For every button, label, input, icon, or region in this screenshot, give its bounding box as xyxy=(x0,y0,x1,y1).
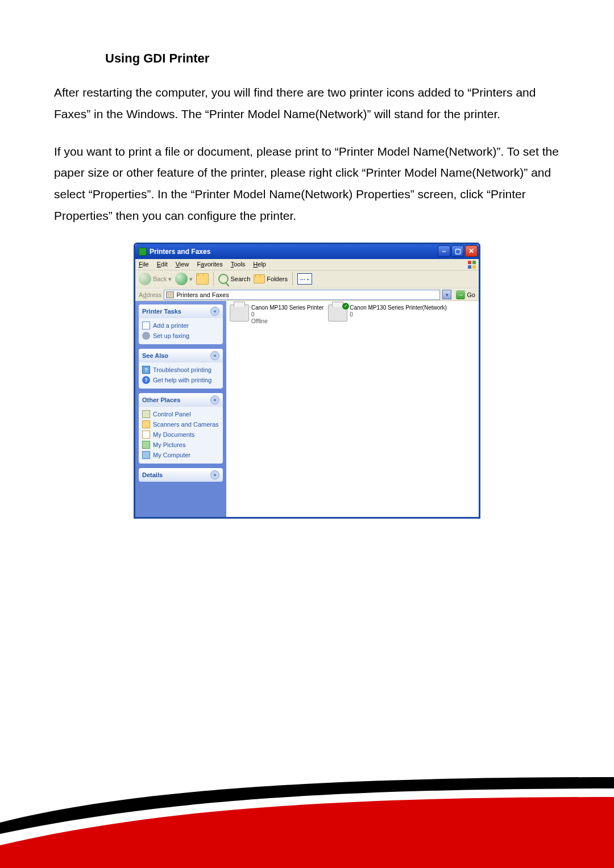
menu-view[interactable]: View xyxy=(176,261,189,268)
fax-icon xyxy=(142,332,150,340)
collapse-icon[interactable]: « xyxy=(210,395,219,404)
address-value: Printers and Faxes xyxy=(176,291,229,298)
default-printer-check-icon: ✓ xyxy=(342,303,349,310)
link-my-computer[interactable]: My Computer xyxy=(142,451,219,459)
control-panel-icon xyxy=(142,410,150,418)
documents-icon xyxy=(142,431,150,439)
toolbar-separator xyxy=(213,272,214,286)
printer-item-local[interactable]: Canon MP130 Series Printer 0 Offline xyxy=(230,304,323,325)
task-sidebar: Printer Tasks « Add a printer Set up fax… xyxy=(135,301,226,517)
svg-rect-1 xyxy=(472,261,476,264)
printer-icon xyxy=(230,304,249,322)
printer-name: Canon MP130 Series Printer(Network) xyxy=(350,304,447,311)
task-setup-faxing[interactable]: Set up faxing xyxy=(142,332,219,340)
search-button[interactable]: Search xyxy=(218,274,250,284)
svg-rect-2 xyxy=(468,265,471,269)
panel-other-places: Other Places « Control Panel Scanners an… xyxy=(139,393,223,464)
scanners-icon xyxy=(142,420,150,428)
search-icon xyxy=(218,274,229,284)
question-icon: ? xyxy=(142,366,150,374)
windows-flag-icon xyxy=(467,260,476,269)
svg-rect-0 xyxy=(468,261,471,264)
help-icon: ? xyxy=(142,376,150,384)
printers-faxes-window: Printers and Faxes – ▢ ✕ File Edit View … xyxy=(134,243,480,519)
folders-button[interactable]: Folders xyxy=(254,274,288,283)
link-control-panel[interactable]: Control Panel xyxy=(142,410,219,418)
menu-help[interactable]: Help xyxy=(253,261,266,268)
menu-favorites[interactable]: Favorites xyxy=(197,261,222,268)
go-button[interactable]: → Go xyxy=(454,290,478,300)
address-bar: Address Printers and Faxes ▾ → Go xyxy=(135,289,479,301)
computer-icon xyxy=(142,451,150,459)
menu-file[interactable]: File xyxy=(139,261,149,268)
svg-rect-3 xyxy=(472,265,476,269)
forward-button[interactable]: ▾ xyxy=(175,273,193,285)
window-title: Printers and Faxes xyxy=(150,248,210,256)
address-printers-icon xyxy=(166,291,174,298)
panel-details: Details » xyxy=(139,468,223,482)
back-icon xyxy=(139,273,151,285)
collapse-icon[interactable]: « xyxy=(210,307,219,316)
panel-printer-tasks: Printer Tasks « Add a printer Set up fax… xyxy=(139,304,223,344)
printer-icon: ✓ xyxy=(328,304,347,322)
link-my-documents[interactable]: My Documents xyxy=(142,431,219,439)
views-button[interactable]: ▪▪▪ ▾ xyxy=(297,273,312,285)
address-label: Address xyxy=(139,291,161,298)
maximize-button[interactable]: ▢ xyxy=(451,245,464,257)
close-button[interactable]: ✕ xyxy=(465,245,478,257)
printers-icon xyxy=(139,248,147,256)
menu-edit[interactable]: Edit xyxy=(157,261,168,268)
add-printer-icon xyxy=(142,322,150,329)
folders-icon xyxy=(254,274,265,283)
toolbar: Back ▾ ▾ Search Folders ▪▪▪ ▾ xyxy=(135,270,479,289)
up-folder-button[interactable] xyxy=(196,273,209,285)
panel-title: See Also xyxy=(142,352,168,359)
link-get-help[interactable]: ?Get help with printing xyxy=(142,376,219,384)
menu-tools[interactable]: Tools xyxy=(231,261,246,268)
paragraph-1: After restarting the computer, you will … xyxy=(54,82,560,125)
menu-bar: File Edit View Favorites Tools Help xyxy=(135,259,479,270)
paragraph-2: If you want to print a file or document,… xyxy=(54,141,560,227)
go-icon: → xyxy=(456,290,465,299)
page-footer-decoration xyxy=(0,743,614,868)
back-button[interactable]: Back ▾ xyxy=(139,273,172,285)
printer-docs-count: 0 xyxy=(251,311,323,318)
section-heading: Using GDI Printer xyxy=(105,51,560,66)
forward-icon xyxy=(175,273,188,285)
pictures-icon xyxy=(142,441,150,449)
link-my-pictures[interactable]: My Pictures xyxy=(142,441,219,449)
toolbar-separator-2 xyxy=(292,272,293,286)
address-input[interactable]: Printers and Faxes xyxy=(164,290,440,300)
panel-title: Printer Tasks xyxy=(142,308,181,315)
expand-icon[interactable]: » xyxy=(210,470,219,479)
panel-title: Other Places xyxy=(142,397,180,403)
window-titlebar[interactable]: Printers and Faxes – ▢ ✕ xyxy=(135,244,479,259)
panel-see-also: See Also « ?Troubleshoot printing ?Get h… xyxy=(139,349,223,389)
panel-title: Details xyxy=(142,471,163,478)
printer-item-network[interactable]: ✓ Canon MP130 Series Printer(Network) 0 xyxy=(328,304,447,322)
address-dropdown[interactable]: ▾ xyxy=(442,290,451,299)
collapse-icon[interactable]: « xyxy=(210,351,219,360)
link-scanners-cameras[interactable]: Scanners and Cameras xyxy=(142,420,219,428)
printer-status: Offline xyxy=(251,318,323,325)
printers-list-area[interactable]: Canon MP130 Series Printer 0 Offline ✓ C… xyxy=(226,301,479,517)
printer-name: Canon MP130 Series Printer xyxy=(251,304,323,311)
printer-docs-count: 0 xyxy=(350,311,447,318)
task-add-printer[interactable]: Add a printer xyxy=(142,322,219,329)
minimize-button[interactable]: – xyxy=(438,245,450,257)
link-troubleshoot[interactable]: ?Troubleshoot printing xyxy=(142,366,219,374)
